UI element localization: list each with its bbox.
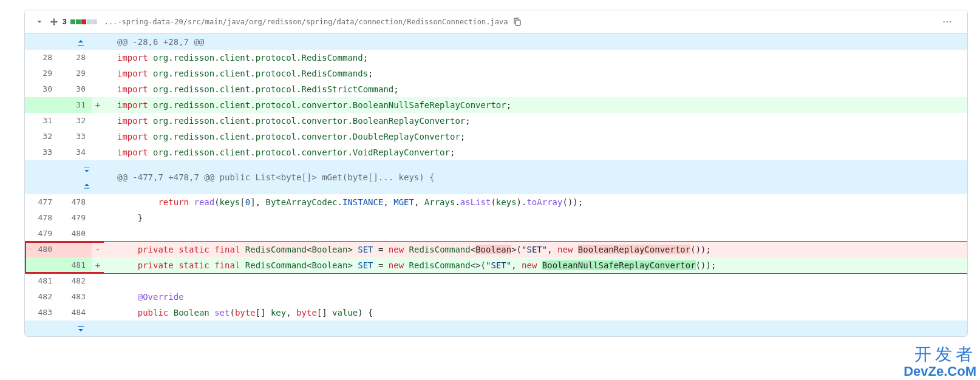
diff-line: 481482 xyxy=(25,273,967,289)
code-line[interactable]: import org.redisson.client.protocol.conv… xyxy=(104,113,967,129)
svg-rect-0 xyxy=(516,20,520,25)
expand-up-icon xyxy=(76,38,86,47)
diff-line-added: 31+ import org.redisson.client.protocol.… xyxy=(25,97,967,113)
code-line[interactable]: import org.redisson.client.protocol.conv… xyxy=(104,97,967,113)
code-line[interactable] xyxy=(104,226,967,242)
expand-down-icon xyxy=(76,324,86,334)
code-line[interactable] xyxy=(104,273,967,289)
diff-line: 3132 import org.redisson.client.protocol… xyxy=(25,113,967,129)
code-line[interactable]: import org.redisson.client.protocol.Redi… xyxy=(104,66,967,81)
diff-line-deleted: 480- private static final RedisCommand<B… xyxy=(25,242,967,257)
diff-line: 2828 import org.redisson.client.protocol… xyxy=(25,50,967,66)
changes-count: 3 xyxy=(63,18,67,26)
expand-row[interactable]: @@ -28,6 +28,7 @@ xyxy=(25,34,967,50)
diff-line: 3233 import org.redisson.client.protocol… xyxy=(25,129,967,144)
diff-line: 483484 public Boolean set(byte[] key, by… xyxy=(25,305,967,321)
hunk-header: @@ -477,7 +478,7 @@ public List<byte[]> … xyxy=(104,160,967,194)
code-line[interactable]: } xyxy=(104,210,967,226)
diff-line: 3030 import org.redisson.client.protocol… xyxy=(25,81,967,97)
expand-icon[interactable] xyxy=(49,17,59,27)
code-line[interactable]: import org.redisson.client.protocol.Redi… xyxy=(104,50,967,66)
code-line[interactable]: return read(keys[0], ByteArrayCodec.INST… xyxy=(104,194,967,210)
code-line[interactable]: @Override xyxy=(104,289,967,305)
hunk-header: @@ -28,6 +28,7 @@ xyxy=(104,34,967,50)
diffstat-blocks xyxy=(70,19,97,24)
code-line[interactable]: public Boolean set(byte[] key, byte[] va… xyxy=(104,305,967,321)
diff-line: 478479 } xyxy=(25,210,967,226)
code-line[interactable]: import org.redisson.client.protocol.Redi… xyxy=(104,81,967,97)
chevron-down-icon[interactable] xyxy=(35,17,44,27)
expand-row[interactable]: @@ -477,7 +478,7 @@ public List<byte[]> … xyxy=(25,160,967,194)
file-path[interactable]: ...-spring-data-20/src/main/java/org/red… xyxy=(104,18,508,26)
diff-file-container: 3 ...-spring-data-20/src/main/java/org/r… xyxy=(24,10,968,337)
diff-line: 482483 @Override xyxy=(25,289,967,305)
expand-row[interactable] xyxy=(25,321,967,336)
copy-icon[interactable] xyxy=(512,17,522,27)
highlighted-changes: 480- private static final RedisCommand<B… xyxy=(25,242,967,273)
diff-line: 479480 xyxy=(25,226,967,242)
file-header: 3 ...-spring-data-20/src/main/java/org/r… xyxy=(25,10,967,34)
kebab-menu-icon[interactable]: ··· xyxy=(938,15,958,29)
expand-up-icon xyxy=(82,182,92,190)
code-line[interactable]: private static final RedisCommand<Boolea… xyxy=(104,257,967,273)
code-line[interactable]: import org.redisson.client.protocol.conv… xyxy=(104,129,967,144)
diff-line: 477478 return read(keys[0], ByteArrayCod… xyxy=(25,194,967,210)
diff-line: 2929 import org.redisson.client.protocol… xyxy=(25,66,967,81)
expand-down-icon xyxy=(82,166,92,174)
code-line[interactable]: private static final RedisCommand<Boolea… xyxy=(104,242,967,257)
code-line[interactable]: import org.redisson.client.protocol.conv… xyxy=(104,144,967,160)
diff-line-added: 481+ private static final RedisCommand<B… xyxy=(25,257,967,273)
diff-line: 3334 import org.redisson.client.protocol… xyxy=(25,144,967,160)
diff-table: @@ -28,6 +28,7 @@ 2828 import org.rediss… xyxy=(25,34,967,242)
